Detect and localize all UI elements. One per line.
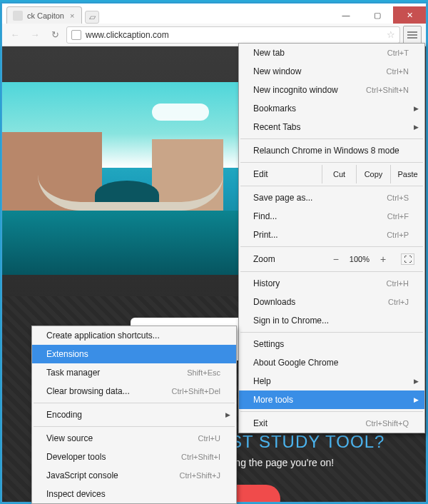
submenu-inspect-devices[interactable]: Inspect devices: [32, 485, 236, 503]
forward-button[interactable]: →: [26, 26, 44, 44]
submenu-clear-data[interactable]: Clear browsing data...Ctrl+Shift+Del: [32, 382, 236, 400]
submenu-js-console[interactable]: JavaScript consoleCtrl+Shift+J: [32, 466, 236, 485]
hamburger-menu-button[interactable]: [403, 26, 422, 44]
zoom-out-button[interactable]: −: [330, 253, 342, 265]
menu-save-page[interactable]: Save page as...Ctrl+S: [239, 188, 424, 207]
close-tab-icon[interactable]: ×: [70, 11, 74, 20]
new-tab-button[interactable]: ▱: [85, 11, 99, 24]
more-tools-submenu: Create application shortcuts... Extensio…: [31, 326, 237, 504]
tab-strip: ck Capiton × ▱: [2, 4, 99, 24]
menu-signin[interactable]: Sign in to Chrome...: [239, 311, 424, 330]
submenu-encoding[interactable]: Encoding▶: [32, 405, 236, 424]
reload-button[interactable]: ↻: [46, 26, 63, 44]
browser-tab[interactable]: ck Capiton ×: [6, 6, 82, 24]
menu-downloads[interactable]: DownloadsCtrl+J: [239, 293, 424, 311]
menu-about[interactable]: About Google Chrome: [239, 353, 424, 372]
menu-settings[interactable]: Settings: [239, 335, 424, 353]
address-bar[interactable]: www.clickcaption.com ☆: [66, 26, 400, 44]
submenu-view-source[interactable]: View sourceCtrl+U: [32, 429, 236, 448]
url-text: www.clickcaption.com: [86, 30, 169, 40]
edit-label: Edit: [253, 169, 322, 179]
titlebar: ck Capiton × ▱ — ▢ ✕: [2, 4, 426, 24]
submenu-dev-tools[interactable]: Developer toolsCtrl+Shift+I: [32, 448, 236, 466]
tab-title: ck Capiton: [27, 11, 64, 20]
menu-separator: [240, 162, 423, 163]
menu-incognito[interactable]: New incognito windowCtrl+Shift+N: [239, 81, 424, 99]
minimize-button[interactable]: —: [330, 6, 362, 24]
page-icon: [71, 30, 81, 40]
fullscreen-button[interactable]: ⛶: [401, 253, 414, 265]
menu-relaunch[interactable]: Relaunch Chrome in Windows 8 mode: [239, 141, 424, 160]
menu-print[interactable]: Print...Ctrl+P: [239, 226, 424, 244]
back-button[interactable]: ←: [6, 26, 24, 44]
menu-separator: [240, 411, 423, 412]
menu-recent-tabs[interactable]: Recent Tabs▶: [239, 118, 424, 136]
menu-separator: [34, 426, 235, 427]
close-window-button[interactable]: ✕: [393, 6, 426, 24]
menu-bookmarks[interactable]: Bookmarks▶: [239, 99, 424, 118]
menu-separator: [240, 138, 423, 139]
menu-new-tab[interactable]: New tabCtrl+T: [239, 44, 424, 62]
menu-history[interactable]: HistoryCtrl+H: [239, 274, 424, 293]
menu-separator: [240, 186, 423, 186]
zoom-percent: 100%: [350, 255, 370, 263]
chevron-right-icon: ▶: [225, 411, 230, 418]
chevron-right-icon: ▶: [414, 378, 419, 385]
paste-button[interactable]: Paste: [390, 165, 424, 183]
favicon-icon: [13, 11, 23, 21]
chevron-right-icon: ▶: [414, 396, 419, 403]
cut-button[interactable]: Cut: [322, 165, 356, 183]
zoom-in-button[interactable]: +: [377, 253, 389, 265]
menu-new-window[interactable]: New windowCtrl+N: [239, 62, 424, 81]
copy-button[interactable]: Copy: [356, 165, 390, 183]
menu-more-tools[interactable]: More tools▶: [239, 390, 424, 409]
hero-image: [2, 82, 252, 275]
menu-zoom-row: Zoom − 100% + ⛶: [239, 249, 424, 269]
window-controls: — ▢ ✕: [330, 6, 426, 24]
bookmark-star-icon[interactable]: ☆: [387, 29, 395, 40]
menu-separator: [34, 403, 235, 403]
menu-edit-row: Edit Cut Copy Paste: [239, 165, 424, 183]
submenu-create-shortcuts[interactable]: Create application shortcuts...: [32, 326, 236, 345]
maximize-button[interactable]: ▢: [362, 6, 393, 24]
menu-find[interactable]: Find...Ctrl+F: [239, 207, 424, 226]
menu-exit[interactable]: ExitCtrl+Shift+Q: [239, 414, 424, 433]
menu-separator: [240, 271, 423, 272]
submenu-extensions[interactable]: Extensions: [32, 345, 236, 363]
submenu-task-manager[interactable]: Task managerShift+Esc: [32, 363, 236, 382]
chevron-right-icon: ▶: [414, 105, 419, 112]
chrome-main-menu: New tabCtrl+T New windowCtrl+N New incog…: [238, 43, 425, 433]
chevron-right-icon: ▶: [414, 124, 419, 131]
menu-separator: [240, 332, 423, 333]
menu-separator: [240, 246, 423, 247]
menu-help[interactable]: Help▶: [239, 372, 424, 390]
zoom-label: Zoom: [253, 254, 330, 264]
